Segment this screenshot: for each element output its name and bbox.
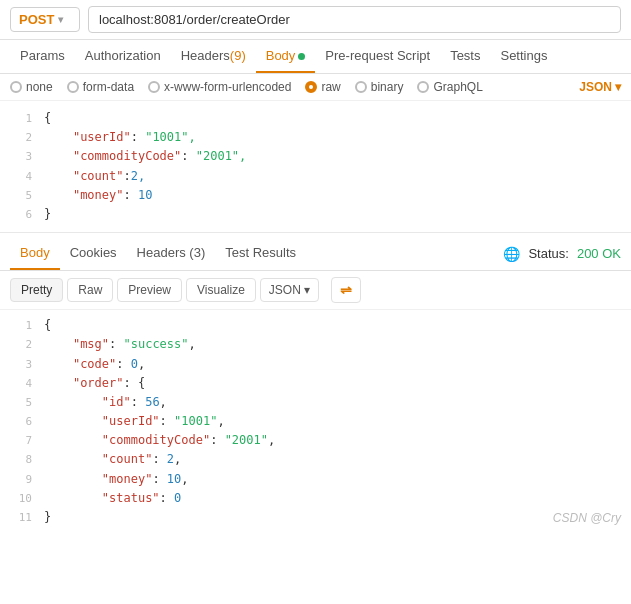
response-line-11: 11 }	[0, 508, 631, 527]
json-format-select[interactable]: JSON▾	[579, 80, 621, 94]
request-line-1: 1{	[0, 109, 631, 128]
response-line-content: "msg": "success",	[44, 335, 623, 354]
method-label: POST	[19, 12, 54, 27]
top-bar: POST ▾	[0, 0, 631, 40]
response-line-9: 9 "money": 10,	[0, 470, 631, 489]
line-number: 1	[8, 109, 32, 128]
response-line-7: 7 "commodityCode": "2001",	[0, 431, 631, 450]
response-line-content: "order": {	[44, 374, 623, 393]
response-line-content: "commodityCode": "2001",	[44, 431, 623, 450]
response-body: 1{2 "msg": "success",3 "code": 0,4 "orde…	[0, 310, 631, 533]
watermark: CSDN @Cry	[553, 511, 621, 525]
format-btn-preview[interactable]: Preview	[117, 278, 182, 302]
response-line-2: 2 "msg": "success",	[0, 335, 631, 354]
url-input[interactable]	[88, 6, 621, 33]
response-tab-cookies[interactable]: Cookies	[60, 237, 127, 270]
format-btn-visualize[interactable]: Visualize	[186, 278, 256, 302]
format-btn-raw[interactable]: Raw	[67, 278, 113, 302]
response-line-number: 4	[8, 374, 32, 393]
request-line-5: 5 "money": 10	[0, 186, 631, 205]
response-line-1: 1{	[0, 316, 631, 335]
tab-body[interactable]: Body	[256, 40, 316, 73]
line-number: 6	[8, 205, 32, 224]
request-line-4: 4 "count":2,	[0, 167, 631, 186]
radio-label-binary: binary	[371, 80, 404, 94]
status-area: 🌐 Status: 200 OK	[503, 246, 621, 262]
json-chevron: ▾	[615, 80, 621, 94]
response-line-content: "status": 0	[44, 489, 623, 508]
method-chevron: ▾	[58, 14, 63, 25]
response-line-number: 11	[8, 508, 32, 527]
response-line-8: 8 "count": 2,	[0, 450, 631, 469]
format-btn-pretty[interactable]: Pretty	[10, 278, 63, 302]
tab-tests[interactable]: Tests	[440, 40, 490, 73]
radio-dot-graphql	[417, 81, 429, 93]
radio-label-form-data: form-data	[83, 80, 134, 94]
response-json-label: JSON	[269, 283, 301, 297]
line-number: 4	[8, 167, 32, 186]
response-json-chevron: ▾	[304, 283, 310, 297]
tab-headers[interactable]: Headers(9)	[171, 40, 256, 73]
response-tab-body[interactable]: Body	[10, 237, 60, 270]
json-label: JSON	[579, 80, 612, 94]
response-line-number: 1	[8, 316, 32, 335]
line-content: }	[44, 205, 623, 224]
response-line-content: "money": 10,	[44, 470, 623, 489]
radio-raw[interactable]: raw	[305, 80, 340, 94]
response-line-number: 9	[8, 470, 32, 489]
radio-dot-raw	[305, 81, 317, 93]
request-line-2: 2 "userId": "1001",	[0, 128, 631, 147]
response-line-number: 3	[8, 355, 32, 374]
response-line-content: "userId": "1001",	[44, 412, 623, 431]
line-number: 2	[8, 128, 32, 147]
radio-label-raw: raw	[321, 80, 340, 94]
radio-dot-form-data	[67, 81, 79, 93]
response-tab-headers-3[interactable]: Headers (3)	[127, 237, 216, 270]
response-line-6: 6 "userId": "1001",	[0, 412, 631, 431]
request-line-3: 3 "commodityCode": "2001",	[0, 147, 631, 166]
radio-label-graphql: GraphQL	[433, 80, 482, 94]
response-line-number: 8	[8, 450, 32, 469]
method-select[interactable]: POST ▾	[10, 7, 80, 32]
response-line-5: 5 "id": 56,	[0, 393, 631, 412]
response-line-10: 10 "status": 0	[0, 489, 631, 508]
response-line-number: 2	[8, 335, 32, 354]
radio-label-none: none	[26, 80, 53, 94]
line-number: 3	[8, 147, 32, 166]
wrap-button[interactable]: ⇌	[331, 277, 361, 303]
response-tabs-row: BodyCookiesHeaders (3)Test Results 🌐 Sta…	[0, 237, 631, 271]
radio-binary[interactable]: binary	[355, 80, 404, 94]
response-line-3: 3 "code": 0,	[0, 355, 631, 374]
response-line-number: 7	[8, 431, 32, 450]
response-tab-test-results[interactable]: Test Results	[215, 237, 306, 270]
response-line-content: "count": 2,	[44, 450, 623, 469]
response-line-number: 10	[8, 489, 32, 508]
radio-dot-none	[10, 81, 22, 93]
status-label: Status:	[528, 246, 568, 261]
radio-form-data[interactable]: form-data	[67, 80, 134, 94]
radio-none[interactable]: none	[10, 80, 53, 94]
response-line-number: 6	[8, 412, 32, 431]
response-line-number: 5	[8, 393, 32, 412]
response-json-select[interactable]: JSON▾	[260, 278, 319, 302]
response-line-content: }	[44, 508, 623, 527]
response-line-4: 4 "order": {	[0, 374, 631, 393]
radio-graphql[interactable]: GraphQL	[417, 80, 482, 94]
tab-params[interactable]: Params	[10, 40, 75, 73]
tab-pre-request-script[interactable]: Pre-request Script	[315, 40, 440, 73]
body-type-row: noneform-datax-www-form-urlencodedrawbin…	[0, 74, 631, 101]
request-code-editor: 1{2 "userId": "1001",3 "commodityCode": …	[0, 101, 631, 233]
globe-icon: 🌐	[503, 246, 520, 262]
tabs-row: ParamsAuthorizationHeaders(9)BodyPre-req…	[0, 40, 631, 74]
tab-authorization[interactable]: Authorization	[75, 40, 171, 73]
radio-dot-x-www-form-urlencoded	[148, 81, 160, 93]
tab-settings[interactable]: Settings	[490, 40, 557, 73]
line-number: 5	[8, 186, 32, 205]
line-content: "commodityCode": "2001",	[44, 147, 623, 166]
radio-x-www-form-urlencoded[interactable]: x-www-form-urlencoded	[148, 80, 291, 94]
response-line-content: "id": 56,	[44, 393, 623, 412]
line-content: "count":2,	[44, 167, 623, 186]
response-line-content: {	[44, 316, 623, 335]
line-content: {	[44, 109, 623, 128]
response-line-content: "code": 0,	[44, 355, 623, 374]
